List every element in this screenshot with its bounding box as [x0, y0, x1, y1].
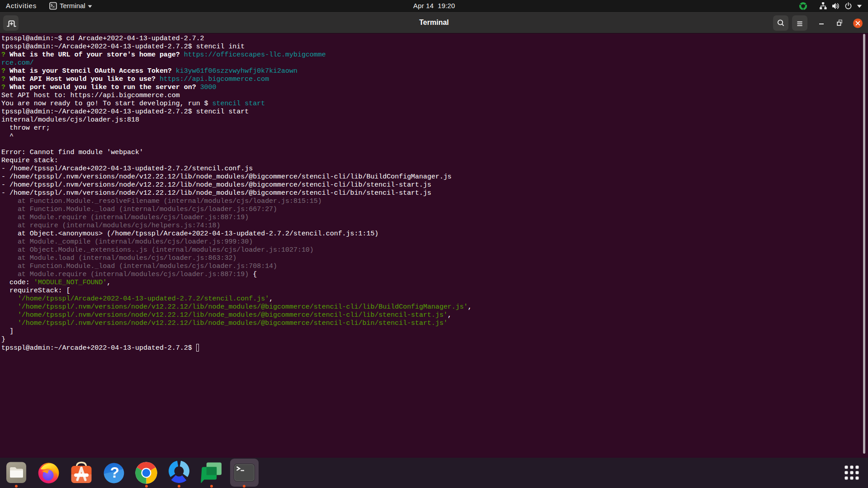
svg-text:?: ? — [110, 464, 119, 481]
